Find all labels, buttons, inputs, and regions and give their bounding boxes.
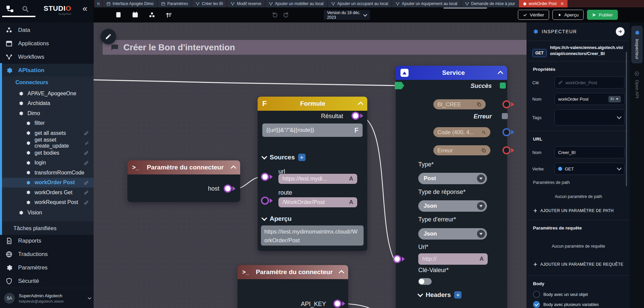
version-select[interactable]: Version du 18 déc. 2023: [324, 10, 370, 20]
sidebar-item-taches-planifiees[interactable]: Tâches planifiées: [0, 221, 107, 235]
flow-input-port[interactable]: [395, 82, 404, 89]
sources-section-header[interactable]: Sources: [262, 154, 306, 161]
tab-ajouter-occupant[interactable]: Ajouter un occupant au local: [328, 0, 391, 7]
input-port-route[interactable]: [261, 197, 269, 205]
collapse-node-icon[interactable]: [231, 165, 236, 171]
connecteurs-header[interactable]: Connecteurs: [0, 76, 94, 89]
preview-button[interactable]: Aperçu: [552, 10, 584, 20]
node-header[interactable]: >_ Paramètre du connecteur: [237, 265, 348, 279]
calendar-tool-icon[interactable]: [131, 11, 139, 18]
collapse-node-icon[interactable]: [498, 71, 503, 76]
sidebar-item-securite[interactable]: Sécurité: [0, 274, 94, 288]
undo-icon[interactable]: [271, 11, 278, 18]
edit-title-button[interactable]: [101, 29, 116, 44]
output-chip-code[interactable]: Code (400, 4...: [433, 127, 490, 137]
verbe-select[interactable]: GET: [554, 163, 625, 175]
body-option-multiple-variables[interactable]: Body avec plusieurs variables: [533, 301, 624, 308]
sidebar-item-workflows[interactable]: Workflows: [0, 50, 94, 64]
output-chip-bi-cree[interactable]: BI_CREE: [433, 99, 486, 109]
output-port-bi-cree[interactable]: [502, 100, 511, 108]
tree-item-dimo[interactable]: Dimo: [0, 108, 94, 118]
output-chip-erreur[interactable]: Erreur: [433, 145, 490, 155]
tree-item-get-all-assets[interactable]: get all assets: [0, 128, 94, 138]
sidebar-item-rapports[interactable]: Rapports: [0, 234, 94, 248]
tree-item-apave[interactable]: APAVE_ApogeeOne: [0, 89, 94, 99]
workflow-canvas[interactable]: Créer le Bon d'intervention >_ Paramètre…: [94, 22, 527, 308]
tags-select[interactable]: [554, 109, 625, 125]
card-tool-icon[interactable]: [115, 11, 122, 18]
collapse-sidebar-icon[interactable]: «: [83, 4, 87, 13]
add-header-button[interactable]: [454, 291, 462, 299]
verify-button[interactable]: Vérifier: [518, 10, 549, 20]
sidebar-item-applications[interactable]: Applications: [0, 37, 94, 50]
dropdown-button[interactable]: [477, 202, 485, 210]
radio-checked-icon[interactable]: [533, 301, 540, 308]
collapse-inspector-button[interactable]: [616, 27, 625, 36]
nom-input[interactable]: workOrder Post Fr: [554, 93, 625, 105]
tree-item-workrequest-post[interactable]: workRequest Post: [0, 198, 94, 208]
tree-view-icon[interactable]: [5, 4, 14, 13]
close-icon[interactable]: [560, 2, 564, 6]
tab-ajouter-equipement[interactable]: Ajouter un équipement au local: [392, 0, 461, 7]
success-output-port[interactable]: [500, 83, 506, 89]
error-flow-port[interactable]: [502, 113, 508, 119]
tab-parametres[interactable]: Paramètres: [158, 0, 192, 7]
body-option-single-object[interactable]: Body avec un seul objet: [533, 291, 624, 298]
node-header[interactable]: Service: [396, 66, 507, 80]
sidebar-item-traductions[interactable]: Traductions: [0, 248, 94, 261]
input-port-url[interactable]: [393, 255, 401, 263]
node-parametre-connecteur-2[interactable]: >_ Paramètre du connecteur API_KEY: [237, 265, 348, 308]
node-formule[interactable]: F Formule Résultat {{url}}&"/"&{{route}}…: [258, 97, 367, 251]
output-port-resultat[interactable]: [352, 112, 360, 120]
tree-item-filter[interactable]: filter: [0, 118, 94, 129]
search-icon[interactable]: [21, 5, 29, 13]
tab-interface-apogee-dimo[interactable]: Interface Apogée Dimo: [103, 0, 157, 7]
user-menu[interactable]: SA SuperAdmin Algotech helpdesk@algotech…: [0, 288, 98, 308]
formula-expression-input[interactable]: {{url}}&"/"&{{route}} F: [262, 123, 363, 137]
dropdown-button[interactable]: [477, 174, 485, 183]
collapse-node-icon[interactable]: [358, 102, 364, 107]
output-port-host[interactable]: [224, 185, 232, 193]
tree-item-vision[interactable]: Vision: [0, 207, 94, 218]
cle-input[interactable]: workOrder_Post: [554, 76, 625, 89]
publish-button[interactable]: Publier: [587, 10, 618, 20]
redo-icon[interactable]: [282, 11, 290, 18]
tree-item-transformroomcode[interactable]: transformRoomCode: [0, 168, 94, 178]
cle-valeur-toggle[interactable]: [418, 278, 432, 285]
node-parametre-connecteur-1[interactable]: >_ Paramètre du connecteur host: [127, 160, 240, 202]
tab-demande-mise-a-jour[interactable]: Demande de mise à jour: [462, 0, 519, 7]
sidebar-item-data[interactable]: Data: [0, 23, 94, 37]
tab-workorder-post[interactable]: workOrder Post: [519, 0, 567, 7]
type-dropdown[interactable]: Post: [418, 173, 487, 184]
url-nom-input[interactable]: Creer_BI: [554, 146, 625, 158]
headers-section-header[interactable]: Headers: [418, 291, 462, 299]
tree-item-get-asset-create-update[interactable]: get asset create_update: [0, 138, 94, 148]
tab-ajouter-mobilier[interactable]: Ajouter un mobilier au local: [265, 0, 327, 7]
radio-icon[interactable]: [533, 291, 540, 298]
sidebar-item-parametres[interactable]: Paramètres: [0, 261, 94, 274]
language-selector[interactable]: Fr: [608, 96, 621, 102]
inspector-scrollbar-thumb[interactable]: [626, 52, 627, 186]
tab-modif-reserve[interactable]: Modif reserve: [227, 0, 265, 7]
url-input[interactable]: http:// A: [418, 253, 488, 265]
tabbar-scrollbar-thumb[interactable]: [443, 7, 487, 9]
route-value-input[interactable]: /WorkOrder/Post A: [278, 197, 357, 207]
node-service[interactable]: Service Succès BI_CREE Erreur Code (400,…: [396, 66, 507, 308]
tree-item-get-bodies[interactable]: get bodies: [0, 148, 94, 158]
input-port-url[interactable]: [261, 173, 269, 181]
url-value-input[interactable]: https://test.mydi... A: [278, 174, 357, 184]
collapse-node-icon[interactable]: [339, 270, 344, 276]
add-query-param-button[interactable]: AJOUTER UN PARAMÈTRE DE REQUÊTE: [533, 262, 624, 267]
tree-item-workorders-get[interactable]: workOrders Get: [0, 188, 94, 198]
apercu-section-header[interactable]: Aperçu: [262, 215, 291, 222]
add-path-param-button[interactable]: AJOUTER UN PARAMÈTRE DE PATH: [533, 208, 624, 213]
side-tab-open-api[interactable]: Open API: [631, 67, 643, 102]
output-port-erreur[interactable]: [502, 146, 511, 154]
boxes-tool-icon[interactable]: [148, 11, 156, 18]
response-type-dropdown[interactable]: Json: [418, 200, 487, 212]
tree-item-archidata[interactable]: Archidata: [0, 99, 94, 109]
tab-partial[interactable]: n: [95, 0, 102, 7]
dropdown-button[interactable]: [477, 230, 485, 238]
output-port-code[interactable]: [502, 128, 511, 136]
error-type-dropdown[interactable]: Json: [418, 228, 487, 240]
